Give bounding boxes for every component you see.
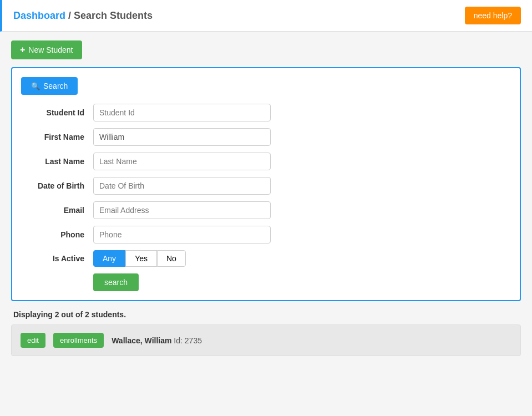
last-name-input[interactable] [93,153,271,170]
email-label: Email [21,206,93,215]
is-active-yes-button[interactable]: Yes [125,250,157,267]
is-active-any-button[interactable]: Any [93,250,125,267]
is-active-no-button[interactable]: No [157,250,186,267]
date-of-birth-input[interactable] [93,177,271,195]
date-of-birth-label: Date of Birth [21,181,93,190]
last-name-label: Last Name [21,157,93,166]
search-icon: 🔍 [31,82,40,90]
student-id-label: Student Id [21,108,93,117]
date-of-birth-row: Date of Birth [21,177,511,195]
new-student-button[interactable]: + New Student [11,40,82,59]
results-summary-text: Displaying 2 out of 2 students. [13,310,126,319]
results-summary: Displaying 2 out of 2 students. [11,310,521,319]
table-row: edit enrollments Wallace, William Id: 27… [11,324,521,356]
student-id-row: Student Id [21,104,511,121]
breadcrumb-current: Search Students [74,10,153,21]
phone-input[interactable] [93,226,271,243]
student-name: Wallace, William [112,336,171,345]
breadcrumb-separator: / [65,10,74,21]
student-info: Wallace, William Id: 2735 [112,336,202,345]
main-content: + New Student 🔍 Search Student Id First … [0,32,532,365]
is-active-row: Is Active Any Yes No [21,250,511,267]
new-student-label: New Student [28,45,73,54]
search-tab-button[interactable]: 🔍 Search [21,77,78,95]
first-name-input[interactable] [93,128,271,146]
phone-row: Phone [21,226,511,243]
plus-icon: + [20,45,25,55]
phone-label: Phone [21,230,93,239]
last-name-row: Last Name [21,153,511,170]
email-row: Email [21,201,511,219]
edit-button[interactable]: edit [21,333,45,348]
dashboard-link[interactable]: Dashboard [13,10,65,21]
search-panel: 🔍 Search Student Id First Name Last Name… [11,67,521,301]
search-tab-label: Search [43,82,68,90]
help-button[interactable]: need help? [465,7,521,24]
first-name-row: First Name [21,128,511,146]
email-input[interactable] [93,201,271,219]
first-name-label: First Name [21,133,93,141]
student-id-input[interactable] [93,104,271,121]
enrollments-button[interactable]: enrollments [53,333,104,348]
student-id-value: Id: 2735 [174,336,202,345]
search-submit-button[interactable]: search [93,273,139,291]
breadcrumb: Dashboard / Search Students [13,10,153,22]
is-active-label: Is Active [21,254,93,263]
page-header: Dashboard / Search Students need help? [0,0,532,32]
is-active-group: Any Yes No [93,250,186,267]
